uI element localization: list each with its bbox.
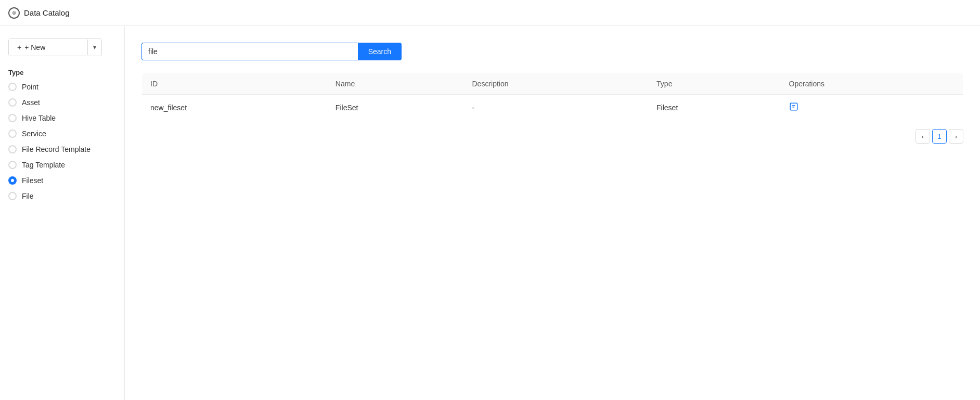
radio-label-point: Point [22, 83, 38, 91]
radio-item-asset[interactable]: Asset [8, 98, 116, 107]
type-filter-list: Point Asset Hive Table Service File Reco… [8, 83, 116, 200]
type-label: Type [8, 69, 116, 76]
radio-circle-service [8, 130, 17, 138]
next-page-button[interactable]: › [949, 129, 963, 144]
radio-circle-file-record-template [8, 145, 17, 153]
col-type: Type [648, 73, 780, 95]
radio-item-file[interactable]: File [8, 192, 116, 200]
radio-circle-file [8, 192, 17, 200]
app-header: ⊗ Data Catalog [0, 0, 980, 26]
pagination: ‹ 1 › [141, 129, 963, 144]
table-row: new_fileset FileSet - Fileset [142, 95, 963, 121]
radio-label-file: File [22, 192, 34, 200]
new-button-label: + New [24, 43, 45, 51]
logo-icon: ⊗ [12, 10, 16, 16]
search-input[interactable] [141, 43, 358, 60]
new-dropdown-button[interactable]: ▾ [87, 40, 101, 55]
view-operation-icon[interactable] [789, 102, 798, 111]
radio-item-tag-template[interactable]: Tag Template [8, 161, 116, 169]
new-button-group: + + New ▾ [8, 38, 102, 56]
radio-circle-tag-template [8, 161, 17, 169]
cell-type: Fileset [648, 95, 780, 121]
col-operations: Operations [781, 73, 963, 95]
prev-page-button[interactable]: ‹ [915, 129, 930, 144]
col-description: Description [464, 73, 649, 95]
col-name: Name [327, 73, 464, 95]
radio-label-service: Service [22, 130, 46, 138]
search-bar: Search [141, 43, 402, 60]
table-header-row: ID Name Description Type Operations [142, 73, 963, 95]
cell-description: - [464, 95, 649, 121]
results-table: ID Name Description Type Operations new_… [141, 73, 963, 121]
new-button[interactable]: + + New [9, 39, 87, 56]
radio-circle-asset [8, 98, 17, 107]
prev-icon: ‹ [922, 133, 924, 140]
cell-name: FileSet [327, 95, 464, 121]
sidebar: + + New ▾ Type Point Asset Hive Tab [0, 26, 125, 400]
cell-id: new_fileset [142, 95, 327, 121]
cell-operations [781, 95, 963, 121]
content-area: Search ID Name Description Type Operatio… [125, 26, 980, 400]
radio-label-file-record-template: File Record Template [22, 145, 91, 153]
radio-item-fileset[interactable]: Fileset [8, 176, 116, 185]
col-id: ID [142, 73, 327, 95]
radio-circle-hive-table [8, 114, 17, 122]
next-icon: › [955, 133, 957, 140]
search-button[interactable]: Search [358, 43, 402, 60]
app-title: Data Catalog [24, 8, 70, 17]
current-page: 1 [932, 129, 947, 144]
radio-label-tag-template: Tag Template [22, 161, 65, 169]
radio-label-fileset: Fileset [22, 176, 43, 185]
plus-icon: + [17, 43, 21, 51]
radio-item-hive-table[interactable]: Hive Table [8, 114, 116, 122]
app-logo: ⊗ [8, 7, 20, 19]
radio-label-asset: Asset [22, 98, 40, 107]
radio-item-point[interactable]: Point [8, 83, 116, 91]
radio-item-file-record-template[interactable]: File Record Template [8, 145, 116, 153]
radio-circle-point [8, 83, 17, 91]
radio-label-hive-table: Hive Table [22, 114, 56, 122]
main-layout: + + New ▾ Type Point Asset Hive Tab [0, 26, 980, 400]
radio-item-service[interactable]: Service [8, 130, 116, 138]
chevron-down-icon: ▾ [93, 44, 96, 51]
radio-circle-fileset [8, 176, 17, 185]
